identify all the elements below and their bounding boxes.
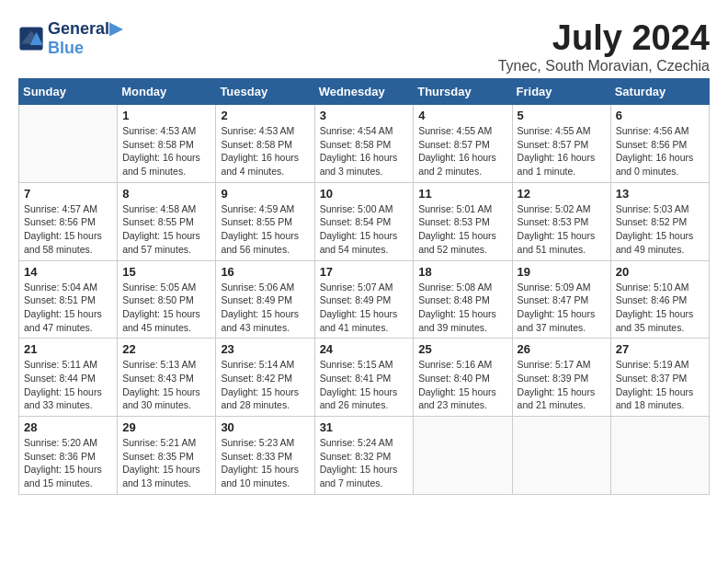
calendar-cell: 9Sunrise: 4:59 AM Sunset: 8:55 PM Daylig…: [216, 182, 314, 260]
day-info: Sunrise: 5:10 AM Sunset: 8:46 PM Dayligh…: [616, 281, 704, 335]
title-block: July 2024 Tynec, South Moravian, Czechia: [498, 18, 710, 75]
logo: General▶ Blue: [18, 18, 122, 58]
logo-text: General▶ Blue: [48, 18, 122, 58]
calendar-cell: 14Sunrise: 5:04 AM Sunset: 8:51 PM Dayli…: [19, 260, 118, 339]
day-number: 21: [24, 342, 112, 356]
calendar-header: SundayMondayTuesdayWednesdayThursdayFrid…: [19, 79, 710, 105]
day-info: Sunrise: 4:53 AM Sunset: 8:58 PM Dayligh…: [221, 124, 309, 178]
day-number: 11: [418, 187, 506, 201]
day-info: Sunrise: 5:01 AM Sunset: 8:53 PM Dayligh…: [418, 202, 506, 257]
page-header: General▶ Blue July 2024 Tynec, South Mor…: [18, 18, 710, 75]
day-number: 17: [320, 265, 409, 279]
day-info: Sunrise: 5:19 AM Sunset: 8:37 PM Dayligh…: [616, 358, 704, 412]
calendar-cell: 30Sunrise: 5:23 AM Sunset: 8:33 PM Dayli…: [216, 417, 314, 495]
day-info: Sunrise: 5:09 AM Sunset: 8:47 PM Dayligh…: [518, 281, 606, 335]
day-number: 14: [24, 265, 112, 279]
calendar-cell: [19, 105, 118, 183]
calendar-cell: 15Sunrise: 5:05 AM Sunset: 8:50 PM Dayli…: [118, 260, 216, 339]
day-info: Sunrise: 5:20 AM Sunset: 8:36 PM Dayligh…: [24, 436, 112, 490]
calendar-cell: 12Sunrise: 5:02 AM Sunset: 8:53 PM Dayli…: [512, 182, 610, 260]
day-info: Sunrise: 4:59 AM Sunset: 8:55 PM Dayligh…: [221, 202, 309, 257]
calendar-cell: 26Sunrise: 5:17 AM Sunset: 8:39 PM Dayli…: [512, 339, 610, 417]
calendar-cell: 20Sunrise: 5:10 AM Sunset: 8:46 PM Dayli…: [610, 260, 709, 339]
day-number: 27: [616, 342, 704, 356]
day-number: 2: [221, 109, 309, 122]
day-info: Sunrise: 4:55 AM Sunset: 8:57 PM Dayligh…: [518, 124, 606, 178]
day-info: Sunrise: 4:56 AM Sunset: 8:56 PM Dayligh…: [616, 124, 704, 178]
calendar-cell: 1Sunrise: 4:53 AM Sunset: 8:58 PM Daylig…: [118, 105, 216, 183]
day-info: Sunrise: 5:06 AM Sunset: 8:49 PM Dayligh…: [221, 281, 309, 335]
day-info: Sunrise: 5:15 AM Sunset: 8:41 PM Dayligh…: [320, 358, 409, 412]
calendar-cell: 4Sunrise: 4:55 AM Sunset: 8:57 PM Daylig…: [414, 105, 512, 183]
day-number: 26: [518, 342, 606, 356]
day-number: 25: [418, 342, 506, 356]
day-info: Sunrise: 5:11 AM Sunset: 8:44 PM Dayligh…: [24, 358, 112, 412]
calendar-week-row: 14Sunrise: 5:04 AM Sunset: 8:51 PM Dayli…: [19, 260, 710, 339]
day-number: 13: [616, 187, 704, 201]
day-number: 30: [221, 420, 309, 434]
day-info: Sunrise: 5:16 AM Sunset: 8:40 PM Dayligh…: [418, 358, 506, 412]
calendar-cell: 28Sunrise: 5:20 AM Sunset: 8:36 PM Dayli…: [19, 417, 118, 495]
calendar-cell: 23Sunrise: 5:14 AM Sunset: 8:42 PM Dayli…: [216, 339, 314, 417]
day-info: Sunrise: 5:13 AM Sunset: 8:43 PM Dayligh…: [122, 358, 210, 412]
calendar-week-row: 21Sunrise: 5:11 AM Sunset: 8:44 PM Dayli…: [19, 339, 710, 417]
day-info: Sunrise: 5:24 AM Sunset: 8:32 PM Dayligh…: [320, 436, 409, 490]
weekday-header: Thursday: [414, 79, 512, 105]
day-number: 20: [616, 265, 704, 279]
day-number: 7: [24, 187, 112, 201]
day-number: 3: [320, 109, 409, 122]
day-info: Sunrise: 4:55 AM Sunset: 8:57 PM Dayligh…: [418, 124, 506, 178]
calendar-cell: 10Sunrise: 5:00 AM Sunset: 8:54 PM Dayli…: [314, 182, 414, 260]
calendar-cell: 11Sunrise: 5:01 AM Sunset: 8:53 PM Dayli…: [414, 182, 512, 260]
calendar-cell: 7Sunrise: 4:57 AM Sunset: 8:56 PM Daylig…: [19, 182, 118, 260]
day-number: 22: [122, 342, 210, 356]
day-number: 5: [518, 109, 606, 122]
calendar-cell: 8Sunrise: 4:58 AM Sunset: 8:55 PM Daylig…: [118, 182, 216, 260]
day-number: 4: [418, 109, 506, 122]
day-number: 29: [122, 420, 210, 434]
day-info: Sunrise: 4:53 AM Sunset: 8:58 PM Dayligh…: [122, 124, 210, 178]
calendar-cell: 2Sunrise: 4:53 AM Sunset: 8:58 PM Daylig…: [216, 105, 314, 183]
weekday-header: Tuesday: [216, 79, 314, 105]
calendar-cell: [512, 417, 610, 495]
day-number: 9: [221, 187, 309, 201]
calendar-cell: 22Sunrise: 5:13 AM Sunset: 8:43 PM Dayli…: [118, 339, 216, 417]
day-info: Sunrise: 5:17 AM Sunset: 8:39 PM Dayligh…: [518, 358, 606, 412]
calendar-cell: 18Sunrise: 5:08 AM Sunset: 8:48 PM Dayli…: [414, 260, 512, 339]
day-info: Sunrise: 5:03 AM Sunset: 8:52 PM Dayligh…: [616, 202, 704, 257]
calendar-table: SundayMondayTuesdayWednesdayThursdayFrid…: [18, 78, 710, 495]
day-number: 24: [320, 342, 409, 356]
calendar-cell: 5Sunrise: 4:55 AM Sunset: 8:57 PM Daylig…: [512, 105, 610, 183]
weekday-header: Monday: [118, 79, 216, 105]
weekday-header: Saturday: [610, 79, 709, 105]
calendar-cell: 24Sunrise: 5:15 AM Sunset: 8:41 PM Dayli…: [314, 339, 414, 417]
location-subtitle: Tynec, South Moravian, Czechia: [498, 58, 710, 75]
day-info: Sunrise: 5:02 AM Sunset: 8:53 PM Dayligh…: [518, 202, 606, 257]
day-number: 16: [221, 265, 309, 279]
day-number: 12: [518, 187, 606, 201]
logo-icon: [18, 26, 44, 52]
calendar-cell: 25Sunrise: 5:16 AM Sunset: 8:40 PM Dayli…: [414, 339, 512, 417]
day-info: Sunrise: 4:54 AM Sunset: 8:58 PM Dayligh…: [320, 124, 409, 178]
day-info: Sunrise: 4:58 AM Sunset: 8:55 PM Dayligh…: [122, 202, 210, 257]
day-number: 19: [518, 265, 606, 279]
day-number: 23: [221, 342, 309, 356]
calendar-cell: 31Sunrise: 5:24 AM Sunset: 8:32 PM Dayli…: [314, 417, 414, 495]
calendar-cell: 6Sunrise: 4:56 AM Sunset: 8:56 PM Daylig…: [610, 105, 709, 183]
calendar-week-row: 7Sunrise: 4:57 AM Sunset: 8:56 PM Daylig…: [19, 182, 710, 260]
calendar-cell: 19Sunrise: 5:09 AM Sunset: 8:47 PM Dayli…: [512, 260, 610, 339]
day-number: 10: [320, 187, 409, 201]
weekday-header: Sunday: [19, 79, 118, 105]
calendar-cell: 21Sunrise: 5:11 AM Sunset: 8:44 PM Dayli…: [19, 339, 118, 417]
calendar-cell: 16Sunrise: 5:06 AM Sunset: 8:49 PM Dayli…: [216, 260, 314, 339]
calendar-cell: [414, 417, 512, 495]
calendar-cell: 13Sunrise: 5:03 AM Sunset: 8:52 PM Dayli…: [610, 182, 709, 260]
weekday-header: Wednesday: [314, 79, 414, 105]
day-number: 8: [122, 187, 210, 201]
weekday-header: Friday: [512, 79, 610, 105]
day-number: 15: [122, 265, 210, 279]
day-number: 6: [616, 109, 704, 122]
calendar-cell: [610, 417, 709, 495]
calendar-week-row: 1Sunrise: 4:53 AM Sunset: 8:58 PM Daylig…: [19, 105, 710, 183]
day-info: Sunrise: 5:07 AM Sunset: 8:49 PM Dayligh…: [320, 281, 409, 335]
